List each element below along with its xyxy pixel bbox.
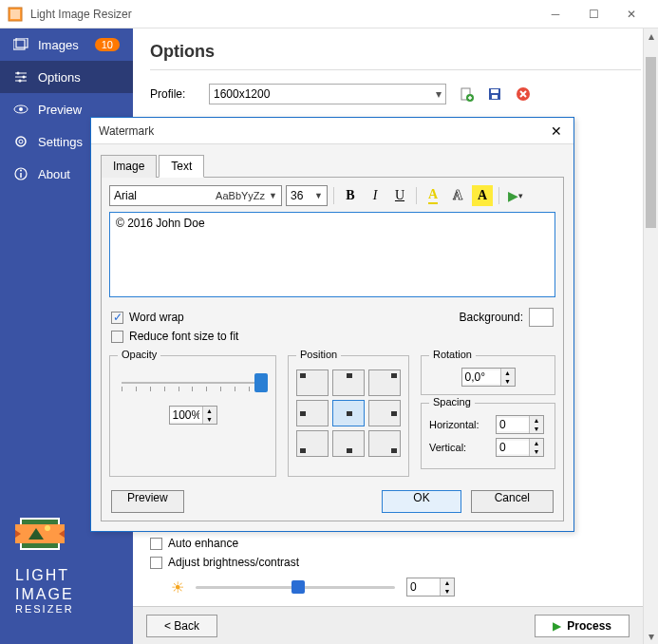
spacing-title: Spacing (429, 396, 475, 407)
horizontal-label: Horizontal: (429, 419, 488, 430)
auto-enhance-checkbox[interactable] (150, 538, 162, 550)
delete-profile-button[interactable] (515, 85, 532, 103)
underline-button[interactable]: U (389, 185, 410, 206)
preview-button[interactable]: Preview (111, 490, 184, 513)
word-wrap-label: Word wrap (129, 311, 184, 324)
process-button[interactable]: ▶Process (535, 615, 630, 637)
sidebar-item-label: Preview (38, 103, 82, 117)
watermark-dialog: Watermark ✕ Image Text Arial AaBbYyZz ▼ … (90, 117, 574, 532)
font-family-select[interactable]: Arial AaBbYyZz ▼ (109, 185, 282, 206)
sidebar-item-label: Options (38, 70, 81, 85)
spin-up[interactable]: ▲ (530, 439, 543, 447)
font-color-button[interactable]: A (423, 185, 443, 206)
horizontal-value[interactable] (497, 418, 529, 431)
spin-up[interactable]: ▲ (530, 416, 543, 425)
brightness-value[interactable] (407, 580, 440, 594)
vertical-spacing-spinner[interactable]: ▲▼ (496, 438, 544, 457)
images-count-badge: 10 (95, 38, 120, 51)
brightness-icon: ☀ (171, 578, 184, 597)
chevron-down-icon: ▼ (269, 191, 277, 200)
profile-select[interactable]: 1600x1200 ▾ (209, 84, 446, 104)
reduce-font-checkbox[interactable] (111, 331, 123, 343)
minimize-button[interactable]: ─ (536, 0, 574, 28)
opacity-slider[interactable] (118, 373, 268, 392)
scroll-up-icon[interactable]: ▴ (644, 28, 658, 44)
spin-down[interactable]: ▼ (441, 587, 454, 596)
scroll-down-icon[interactable]: ▾ (644, 629, 658, 644)
maximize-button[interactable]: ☐ (574, 0, 612, 28)
save-profile-button[interactable] (486, 85, 503, 103)
brightness-spinner[interactable]: ▲▼ (406, 578, 455, 597)
scrollbar-thumb[interactable] (646, 57, 656, 228)
insert-variable-button[interactable]: ▶▾ (505, 185, 526, 206)
position-middle-right[interactable] (368, 400, 401, 426)
back-button[interactable]: < Back (146, 615, 217, 637)
opacity-value[interactable] (170, 408, 202, 422)
sidebar-item-options[interactable]: Options (0, 61, 133, 93)
position-bottom-center[interactable] (332, 430, 365, 457)
cancel-button[interactable]: Cancel (471, 490, 554, 513)
ok-button[interactable]: OK (382, 490, 461, 513)
svg-point-16 (20, 170, 22, 172)
adjust-bc-checkbox[interactable] (150, 557, 162, 569)
position-bottom-right[interactable] (368, 430, 401, 457)
opacity-title: Opacity (118, 349, 160, 360)
svg-point-7 (17, 72, 20, 75)
italic-button[interactable]: I (365, 185, 385, 206)
page-title: Options (133, 28, 658, 66)
rotation-spinner[interactable]: ▲▼ (461, 368, 516, 387)
watermark-text-input[interactable] (109, 212, 555, 297)
word-wrap-checkbox[interactable]: ✓ (111, 312, 123, 324)
position-top-center[interactable] (332, 369, 365, 396)
brightness-slider[interactable] (196, 586, 395, 589)
spin-down[interactable]: ▼ (203, 415, 216, 424)
logo-text-2: IMAGE (15, 585, 118, 603)
shadow-color-button[interactable]: A (472, 185, 493, 206)
bold-button[interactable]: B (340, 185, 361, 206)
position-top-right[interactable] (368, 369, 401, 396)
font-size-select[interactable]: 36 ▼ (286, 185, 328, 206)
scrollbar[interactable]: ▴ ▾ (643, 28, 658, 644)
font-size-value: 36 (291, 189, 314, 202)
sidebar-item-images[interactable]: Images 10 (0, 28, 133, 61)
dialog-titlebar[interactable]: Watermark ✕ (91, 118, 573, 144)
vertical-value[interactable] (497, 441, 529, 454)
spin-down[interactable]: ▼ (530, 447, 543, 456)
chevron-down-icon: ▾ (436, 87, 442, 101)
new-profile-button[interactable] (458, 85, 475, 103)
spin-up[interactable]: ▲ (203, 407, 216, 415)
horizontal-spacing-spinner[interactable]: ▲▼ (496, 415, 544, 434)
close-button[interactable]: ✕ (612, 0, 650, 28)
play-icon: ▶ (553, 619, 561, 633)
chevron-down-icon: ▼ (314, 191, 323, 200)
spin-up[interactable]: ▲ (501, 369, 515, 377)
logo-icon (15, 511, 65, 557)
tab-text[interactable]: Text (159, 155, 204, 178)
rotation-title: Rotation (429, 349, 476, 360)
spin-up[interactable]: ▲ (441, 578, 454, 587)
options-icon (13, 69, 28, 85)
adjust-bc-label: Adjust brightness/contrast (168, 556, 299, 569)
tab-image[interactable]: Image (101, 155, 157, 178)
outline-color-button[interactable]: A (447, 185, 468, 206)
position-bottom-left[interactable] (296, 430, 329, 457)
position-middle-left[interactable] (296, 400, 329, 426)
svg-point-12 (16, 137, 26, 146)
svg-point-11 (19, 107, 23, 111)
position-middle-center[interactable] (332, 400, 365, 426)
opacity-thumb[interactable] (254, 373, 268, 392)
position-title: Position (296, 349, 341, 360)
vertical-label: Vertical: (429, 442, 488, 453)
dialog-title: Watermark (99, 124, 547, 138)
logo-text-1: LIGHT (15, 566, 118, 584)
opacity-spinner[interactable]: ▲▼ (169, 406, 217, 425)
spin-down[interactable]: ▼ (530, 425, 543, 433)
position-top-left[interactable] (296, 369, 329, 396)
dialog-close-button[interactable]: ✕ (547, 122, 566, 141)
rotation-group: Rotation ▲▼ (421, 355, 555, 395)
rotation-value[interactable] (462, 370, 500, 384)
logo-text-3: RESIZER (15, 603, 118, 616)
background-color-picker[interactable] (529, 308, 554, 327)
opacity-group: Opacity ▲▼ (109, 355, 276, 477)
spin-down[interactable]: ▼ (501, 377, 515, 386)
